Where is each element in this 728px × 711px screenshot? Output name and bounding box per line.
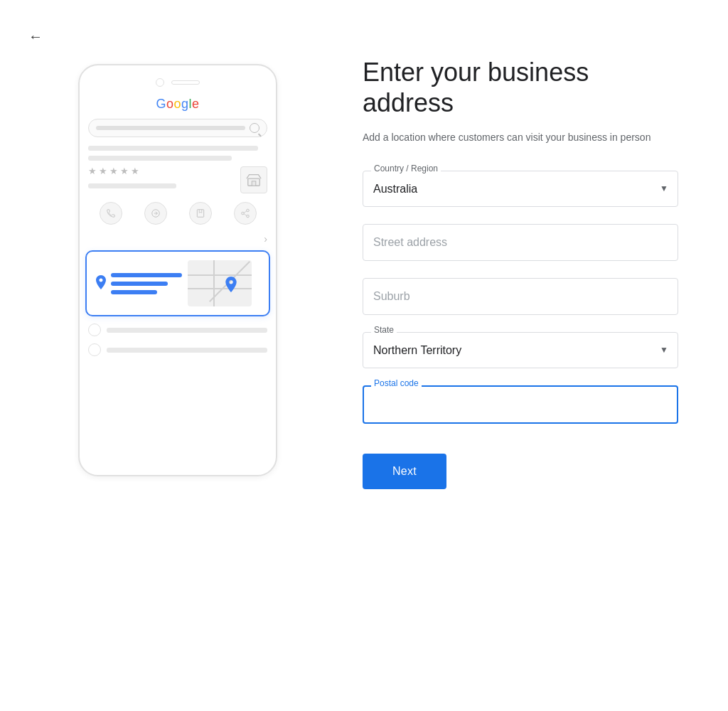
country-label: Country / Region	[371, 164, 441, 173]
postal-field: Postal code	[363, 385, 678, 424]
contact-phone-icon	[88, 324, 101, 336]
phone-bottom-lines	[88, 324, 267, 356]
highlight-lines	[111, 273, 182, 294]
action-btn-save	[189, 202, 212, 225]
google-logo-area: Google	[88, 97, 267, 112]
store-lines: ★ ★ ★ ★ ★	[88, 166, 235, 193]
state-label: State	[371, 325, 397, 335]
svg-point-6	[246, 215, 249, 218]
state-field: State Northern Territory New South Wales…	[363, 332, 678, 368]
phone-speaker	[171, 80, 200, 85]
phone-business-card: ★ ★ ★ ★ ★	[88, 166, 267, 193]
right-panel: Enter your business address Add a locati…	[341, 28, 714, 683]
stars-row: ★ ★ ★ ★ ★	[88, 166, 235, 176]
back-button[interactable]: ←	[28, 28, 43, 45]
store-icon	[240, 166, 267, 193]
content-line-1	[88, 146, 258, 151]
search-icon	[250, 123, 259, 133]
map-preview	[188, 260, 252, 306]
country-select-wrapper: Australia United States United Kingdom C…	[363, 171, 678, 207]
contact-web-icon	[88, 343, 101, 356]
phone-actions-row	[88, 202, 267, 225]
street-input[interactable]	[363, 224, 678, 261]
suburb-input[interactable]	[363, 278, 678, 315]
map-pin-icon	[225, 277, 237, 296]
search-bar-fill	[96, 126, 245, 130]
highlight-card-left	[95, 273, 182, 294]
phone-search-bar	[88, 119, 267, 137]
next-button[interactable]: Next	[363, 454, 446, 489]
contact-row-web	[88, 343, 267, 356]
svg-point-5	[241, 212, 244, 215]
form-title: Enter your business address	[363, 57, 678, 118]
country-select[interactable]: Australia United States United Kingdom C…	[363, 171, 678, 207]
google-logo: Google	[156, 97, 199, 112]
phone-mockup: Google ★ ★ ★ ★ ★	[78, 64, 277, 476]
action-btn-directions	[144, 202, 167, 225]
page-container: ← Google	[0, 0, 728, 711]
suburb-field	[363, 278, 678, 315]
content-line-2	[88, 156, 232, 161]
phone-top-bar	[88, 78, 267, 87]
phone-camera	[156, 78, 164, 87]
highlight-card	[85, 250, 270, 316]
state-select[interactable]: Northern Territory New South Wales Victo…	[363, 332, 678, 368]
action-btn-phone	[100, 202, 122, 225]
postal-label: Postal code	[371, 378, 422, 388]
left-panel: ← Google	[14, 28, 341, 683]
svg-point-4	[246, 209, 249, 212]
svg-rect-3	[197, 210, 203, 218]
street-field	[363, 224, 678, 261]
contact-row-phone	[88, 324, 267, 336]
form-subtitle: Add a location where customers can visit…	[363, 131, 678, 145]
country-field: Country / Region Australia United States…	[363, 171, 678, 207]
postal-input[interactable]	[363, 385, 678, 424]
state-select-wrapper: Northern Territory New South Wales Victo…	[363, 332, 678, 368]
action-btn-share	[234, 202, 257, 225]
content-line-3	[88, 183, 176, 188]
svg-rect-1	[252, 181, 256, 185]
phone-chevron: ›	[88, 233, 267, 245]
pin-icon	[95, 275, 107, 292]
